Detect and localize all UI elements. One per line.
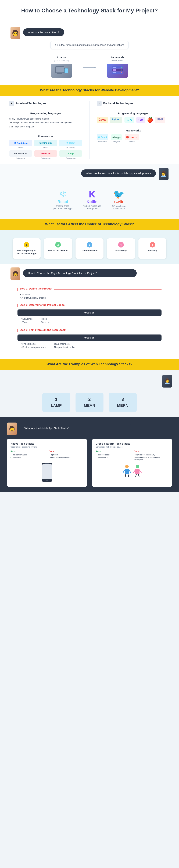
- svg-rect-2: [57, 73, 62, 74]
- cross-pros-cons: Pros: Reduced costs Unified UI/UX Cons: …: [96, 450, 169, 461]
- native-pros-label: Pros:: [10, 450, 45, 453]
- react-framework: ⚛ React for Javascript: [59, 140, 82, 149]
- section2-banner: What Are the Technology Stacks for Websi…: [0, 85, 179, 96]
- react-backend-framework: ⚛ React for Javascript: [97, 134, 108, 143]
- frontend-frameworks: BBootstrap for CSS Tailwind CSS for CSS …: [9, 140, 82, 159]
- svg-rect-11: [114, 67, 116, 68]
- factor-time: 3 Time to Market: [75, 239, 104, 259]
- step2-col1: Deadlines Tasks: [21, 317, 33, 324]
- angular-framework: ANGULAR for Javascript: [34, 150, 57, 159]
- backend-frameworks: ⚛ React for Javascript django for Python…: [97, 134, 170, 143]
- native-cons-label: Cons:: [49, 450, 83, 453]
- step3: Step 3. Think through the Tech Stack Foc…: [17, 329, 162, 349]
- factor-3-name: Time to Market: [78, 249, 101, 252]
- svg-point-12: [121, 67, 122, 68]
- factor-complexity: 1 The complexity of the business logic: [12, 239, 41, 259]
- svg-rect-19: [114, 72, 116, 73]
- arrow: [82, 56, 97, 70]
- step3-title: Step 3. Think through the Tech Stack: [20, 329, 66, 331]
- cross-pro-2: Unified UI/UX: [96, 456, 131, 458]
- cross-con-2: Knowledge of 1+ languages for developers: [134, 456, 169, 461]
- factor-scalability: 4 Scalability: [107, 239, 135, 259]
- factors-banner: What Factors Affect the Choice of Techno…: [0, 219, 179, 230]
- step3-focus-label: Focus on:: [17, 335, 162, 341]
- diagram-section: External (what it looks like): [0, 53, 179, 85]
- mobile-question-bubble: What Are the Tech Stacks for Mobile App …: [81, 169, 156, 177]
- server-image: [107, 64, 128, 78]
- cross-pros-list: Reduced costs Unified UI/UX: [96, 454, 131, 458]
- avatar-right-2: 👩‍💼: [162, 375, 172, 388]
- how-to-choose-bubble: How to Choose the Right Technology Stack…: [23, 269, 137, 277]
- frontend-langs: HTML - structure web pages using markup …: [9, 117, 82, 129]
- tailwind-framework: Tailwind CSS for CSS: [34, 140, 57, 149]
- svg-rect-22: [42, 464, 52, 479]
- native-pro-2: Quality UX: [10, 456, 45, 458]
- native-col: Native Tech Stacks Used for one operatin…: [7, 439, 87, 487]
- stacks-row: 1 LAMP 2 MEAN 3 MERN: [7, 393, 172, 412]
- how-to-choose-question-row: 🧑 How to Choose the Right Technology Sta…: [0, 264, 179, 282]
- step3-col2: Team members The problem to solve: [52, 343, 75, 349]
- backend-col: 2 Backend Technologies Programming langu…: [97, 101, 170, 159]
- swift-mobile: 🐦 Swift iOS mobile appdevelopment: [111, 189, 126, 210]
- svg-rect-14: [113, 69, 114, 71]
- native-pro-1: Fast performance: [10, 454, 45, 456]
- step3-problem: The problem to solve: [52, 346, 75, 348]
- vue-framework: Vue.js for Javascript: [59, 150, 82, 159]
- svg-point-31: [136, 465, 139, 468]
- step1-item-2: A multifunctional product: [20, 297, 162, 299]
- django-framework: django for Python: [111, 134, 122, 143]
- step1: Step 1. Define the Product An MVP A mult…: [17, 287, 162, 299]
- server-box: Server-side (how it works): [107, 56, 128, 78]
- answer-bubble: It is a tool for building and maintainin…: [50, 41, 129, 49]
- mobile-stacks-question-bubble: What Are the Mobile App Tech Stacks?: [20, 424, 133, 432]
- frontend-label: Frontend Technologies: [16, 102, 46, 105]
- avatar-right: 👩‍💼: [159, 168, 169, 180]
- factor-size: 2 Size of the product: [44, 239, 72, 259]
- native-pros-cons: Pros: Fast performance Quality UX Cons: …: [10, 450, 83, 459]
- bootstrap-framework: BBootstrap for CSS: [9, 140, 32, 149]
- svg-rect-26: [125, 469, 129, 474]
- backend-langs: Java Python Go C# 🍎 PHP: [97, 117, 170, 123]
- factor-5-num: 5: [150, 242, 155, 248]
- step1-list: An MVP A multifunctional product: [17, 293, 162, 299]
- svg-rect-18: [113, 72, 114, 73]
- cross-cons-col: Cons: High lack of personality Knowledge…: [134, 450, 169, 461]
- phone-illustration: [10, 462, 83, 484]
- device-image: [51, 64, 72, 78]
- step2-title: Step 2. Determine the Project Scope: [20, 303, 65, 306]
- svg-point-16: [121, 69, 122, 70]
- mobile-question-row: 👩‍💼 What Are the Tech Stacks for Mobile …: [0, 164, 179, 182]
- step3-business-req: Business requirements: [21, 346, 45, 348]
- cross-subtitle: Compatible with multiple devices: [96, 446, 169, 448]
- svg-line-30: [128, 474, 129, 477]
- svg-rect-10: [113, 67, 114, 68]
- laravel-framework: 🔴 Laravel for PHP: [124, 134, 139, 143]
- kotlin-mobile: K Kotlin Android mobile appdevelopment: [83, 189, 101, 210]
- external-box: External (what it looks like): [51, 56, 72, 78]
- factor-2-name: Size of the product: [47, 249, 69, 252]
- native-cons-list: High cost Requires multiple codes: [49, 454, 83, 458]
- native-subtitle: Used for one operating system: [10, 446, 83, 448]
- web-stacks-section: 👩‍💼 1 LAMP 2 MEAN 3 MERN: [0, 370, 179, 417]
- factor-2-num: 2: [55, 242, 61, 248]
- mobile-stacks-section: 🧑 What Are the Mobile App Tech Stacks? N…: [0, 417, 179, 492]
- native-con-2: Requires multiple codes: [49, 456, 83, 458]
- svg-rect-1: [56, 67, 64, 72]
- frontend-number: 1: [9, 101, 14, 106]
- step2-roles: Roles: [39, 317, 51, 320]
- cross-con-1: High lack of personality: [134, 454, 169, 456]
- factor-4-name: Scalability: [110, 249, 132, 252]
- question-bubble: What is a Technical Stack?: [23, 28, 64, 36]
- factor-3-num: 3: [87, 242, 92, 248]
- factor-5-name: Security: [141, 249, 164, 252]
- svg-point-20: [121, 72, 122, 73]
- cross-col: Cross-platform Tech Stacks Compatible wi…: [92, 439, 172, 487]
- factor-1-num: 1: [24, 242, 29, 248]
- svg-point-25: [125, 465, 129, 468]
- step3-col1: Project goals Business requirements: [21, 343, 45, 349]
- page-wrapper: How to Choose a Technology Stack for My …: [0, 0, 179, 492]
- header-section: How to Choose a Technology Stack for My …: [0, 0, 179, 25]
- avatar-left: 🧑: [10, 27, 20, 39]
- step3-focus-content: Project goals Business requirements Team…: [17, 343, 162, 349]
- cross-pro-1: Reduced costs: [96, 454, 131, 456]
